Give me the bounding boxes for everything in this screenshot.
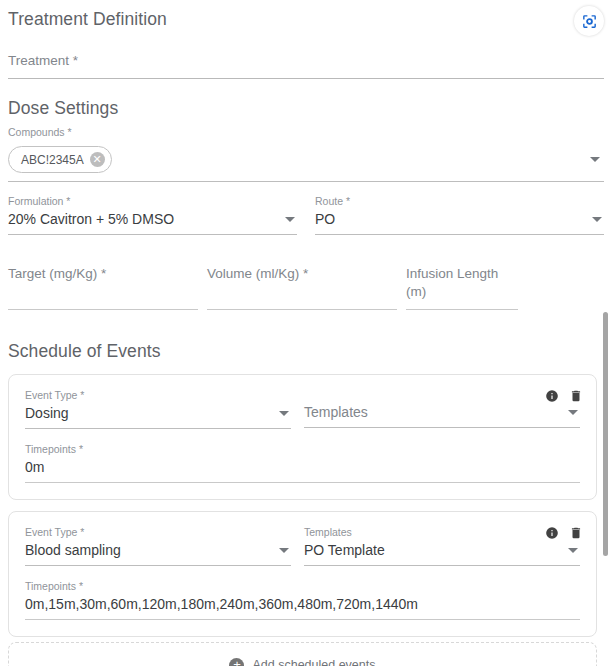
templates-value: PO Template xyxy=(304,542,385,558)
chevron-down-icon[interactable] xyxy=(590,157,600,162)
templates-select[interactable]: Templates xyxy=(304,404,580,428)
timepoints-field: Timepoints * 0m xyxy=(25,443,580,483)
add-scheduled-events-button[interactable]: + Add scheduled events xyxy=(8,642,597,666)
route-field: Route * PO xyxy=(315,195,604,235)
volume-input[interactable]: Volume (ml/Kg) * xyxy=(207,264,397,310)
templates-label: Templates xyxy=(304,526,580,538)
add-scheduled-events-label: Add scheduled events xyxy=(252,658,375,666)
timepoints-field: Timepoints * 0m,15m,30m,60m,120m,180m,24… xyxy=(25,580,580,620)
event-type-label: Event Type * xyxy=(25,526,291,538)
vertical-scrollbar[interactable] xyxy=(603,312,608,556)
chevron-down-icon xyxy=(279,411,289,416)
route-select[interactable]: PO xyxy=(315,211,604,235)
formulation-select[interactable]: 20% Cavitron + 5% DMSO xyxy=(8,211,297,235)
event-type-label: Event Type * xyxy=(25,389,291,401)
chip-remove-icon[interactable]: ✕ xyxy=(90,152,105,167)
event-card-blood-sampling: Event Type * Blood sampling Templates PO… xyxy=(8,511,597,637)
chevron-down-icon xyxy=(568,410,578,415)
delete-icon[interactable] xyxy=(568,388,583,403)
compound-chip-label: ABC!2345A xyxy=(21,153,84,167)
event-type-value: Blood sampling xyxy=(25,542,121,558)
timepoints-value: 0m xyxy=(25,459,44,475)
compounds-label: Compounds * xyxy=(8,126,604,138)
formulation-field: Formulation * 20% Cavitron + 5% DMSO xyxy=(8,195,297,235)
dose-settings-title: Dose Settings xyxy=(8,98,604,119)
event-type-select[interactable]: Blood sampling xyxy=(25,542,291,566)
info-icon[interactable] xyxy=(544,388,559,403)
center-focus-button[interactable] xyxy=(574,6,604,36)
formulation-value: 20% Cavitron + 5% DMSO xyxy=(8,211,174,227)
formulation-label: Formulation * xyxy=(8,195,297,207)
target-placeholder: Target (mg/Kg) * xyxy=(8,266,106,281)
event-type-field: Event Type * Dosing xyxy=(25,389,291,429)
chevron-down-icon xyxy=(285,217,295,222)
compounds-select[interactable]: ABC!2345A ✕ xyxy=(8,142,604,182)
templates-placeholder: Templates xyxy=(304,404,368,420)
volume-placeholder: Volume (ml/Kg) * xyxy=(207,266,308,281)
treatment-input[interactable]: Treatment * xyxy=(8,51,604,79)
infusion-length-input[interactable]: Infusion Length (m) xyxy=(406,264,518,310)
templates-select[interactable]: PO Template xyxy=(304,542,580,566)
chevron-down-icon xyxy=(279,548,289,553)
treatment-definition-panel: Treatment Definition Treatment * Dose Se… xyxy=(0,0,612,666)
plus-icon: + xyxy=(229,658,244,666)
chevron-down-icon xyxy=(592,217,602,222)
templates-field: Templates xyxy=(304,389,580,429)
event-type-field: Event Type * Blood sampling xyxy=(25,526,291,566)
chevron-down-icon xyxy=(568,548,578,553)
route-label: Route * xyxy=(315,195,604,207)
templates-field: Templates PO Template xyxy=(304,526,580,566)
treatment-placeholder: Treatment * xyxy=(8,53,78,68)
timepoints-label: Timepoints * xyxy=(25,443,580,455)
timepoints-input[interactable]: 0m xyxy=(25,459,580,483)
center-focus-icon xyxy=(581,13,598,30)
info-icon[interactable] xyxy=(544,525,559,540)
event-type-value: Dosing xyxy=(25,405,69,421)
timepoints-value: 0m,15m,30m,60m,120m,180m,240m,360m,480m,… xyxy=(25,596,418,612)
route-value: PO xyxy=(315,211,335,227)
schedule-of-events-title: Schedule of Events xyxy=(8,341,604,362)
event-card-dosing: Event Type * Dosing Templates Timepoints… xyxy=(8,374,597,500)
timepoints-label: Timepoints * xyxy=(25,580,580,592)
target-input[interactable]: Target (mg/Kg) * xyxy=(8,264,198,310)
schedule-events-list: Event Type * Dosing Templates Timepoints… xyxy=(8,374,604,666)
timepoints-input[interactable]: 0m,15m,30m,60m,120m,180m,240m,360m,480m,… xyxy=(25,596,580,620)
page-title: Treatment Definition xyxy=(8,9,167,30)
delete-icon[interactable] xyxy=(568,525,583,540)
compound-chip[interactable]: ABC!2345A ✕ xyxy=(8,146,112,173)
event-type-select[interactable]: Dosing xyxy=(25,405,291,429)
infusion-placeholder: Infusion Length (m) xyxy=(406,266,498,299)
panel-header: Treatment Definition xyxy=(8,0,604,42)
